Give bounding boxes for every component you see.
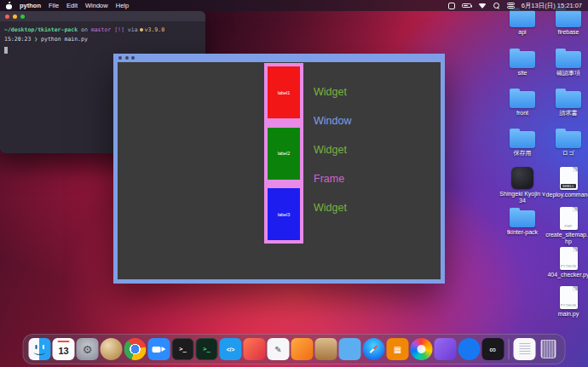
- folder-icon: [556, 51, 581, 68]
- terminal-cursor: [4, 47, 8, 54]
- desktop-icon[interactable]: PYTHON404_checker.py: [545, 247, 588, 278]
- desktop-icon-label: front: [499, 110, 545, 117]
- control-center-icon[interactable]: [507, 3, 515, 9]
- dock-icon-terminal-alt[interactable]: >_: [196, 338, 218, 360]
- file-type-badge: SHELL: [561, 184, 575, 188]
- desktop-icon-label: 保存用: [499, 150, 545, 157]
- dock-icon-rainbow-app[interactable]: [411, 338, 433, 360]
- desktop-icon-label: 請求書: [545, 110, 588, 117]
- zoom-button[interactable]: [20, 14, 25, 19]
- app-icon: [511, 167, 533, 189]
- dock-icon-editor-app[interactable]: ✎: [268, 338, 290, 360]
- dock-icon-chrome[interactable]: [124, 338, 147, 360]
- desktop-icon[interactable]: front: [499, 88, 545, 117]
- apple-menu-icon[interactable]: [6, 3, 12, 9]
- folder-icon: [556, 131, 581, 148]
- spotlight-icon[interactable]: [493, 3, 500, 9]
- annotation-widget-1: Widget: [314, 86, 347, 98]
- dock-icon-light-blue-app[interactable]: [339, 338, 361, 360]
- desktop-icon[interactable]: SHELLdeploy.command: [545, 167, 588, 198]
- desktop-icon-label: deploy.command: [545, 192, 588, 198]
- terminal-prompt-icon: >_: [179, 346, 186, 353]
- dock-icon-purple-app[interactable]: [435, 338, 457, 360]
- terminal-command-line: 15:20:23 ❯ python main.py: [4, 35, 201, 44]
- desktop-icon[interactable]: 保存用: [499, 128, 545, 157]
- desktop-icon[interactable]: ロゴ: [545, 128, 588, 157]
- battery-icon[interactable]: [462, 3, 471, 9]
- wifi-icon[interactable]: [478, 3, 487, 9]
- file-icon: PHP: [560, 207, 578, 230]
- dock-icon-terminal[interactable]: >_: [172, 338, 194, 360]
- desktop-icon-label: main.py: [545, 311, 588, 318]
- dock-icon-orange-app[interactable]: [291, 338, 314, 360]
- code-brackets-icon: </>: [227, 347, 234, 353]
- file-icon: SHELL: [560, 167, 578, 190]
- dock-icon-finder[interactable]: [29, 338, 51, 360]
- minimize-button[interactable]: [125, 56, 129, 60]
- tk-label-2: label2: [268, 128, 300, 180]
- folder-icon: [510, 131, 535, 148]
- menu-window[interactable]: Window: [85, 2, 108, 9]
- prompt-git-branch: master [!]: [91, 26, 124, 33]
- folder-icon: [556, 91, 581, 108]
- dock-icon-red-app[interactable]: [244, 338, 266, 360]
- dock-icon-system-preferences[interactable]: ⚙: [77, 338, 99, 360]
- tk-window-controls: [118, 56, 135, 60]
- desktop-icon[interactable]: Shingeki Kyojin v34: [499, 167, 545, 205]
- gear-icon: ⚙: [83, 343, 93, 356]
- active-app-name[interactable]: python: [20, 2, 41, 9]
- file-type-badge: PHP: [564, 224, 572, 228]
- desktop-icon[interactable]: firebase: [545, 7, 588, 36]
- close-button[interactable]: [118, 56, 122, 60]
- desktop-icon[interactable]: site: [499, 48, 545, 77]
- tk-frame: label1 label2 label3: [264, 63, 303, 244]
- annotation-window: Window: [314, 115, 351, 127]
- tk-label-1: label1: [268, 66, 300, 118]
- terminal-prompt-line: ~/desktop/tkinter-pack on master [!] via…: [4, 26, 201, 35]
- menu-bar-clock[interactable]: 6月13日(日) 15:21:07: [522, 2, 582, 10]
- dock-icon-box-app[interactable]: [315, 338, 337, 360]
- folder-icon: [510, 10, 535, 27]
- desktop-icon[interactable]: tkinter-pack: [499, 207, 545, 236]
- dock-icon-safari[interactable]: [363, 338, 385, 360]
- dock-icon-trash[interactable]: [538, 338, 560, 360]
- input-source-icon[interactable]: [448, 3, 455, 9]
- desktop-icon-label: create_sitemap.php: [545, 232, 588, 246]
- menu-edit[interactable]: Edit: [66, 2, 78, 9]
- terminal-prompt-icon: >_: [203, 346, 210, 353]
- desktop-icon[interactable]: 確認事項: [545, 48, 588, 77]
- desktop-icon[interactable]: PHPcreate_sitemap.php: [545, 207, 588, 246]
- dock-icon-infinity-app[interactable]: ∞: [482, 338, 504, 360]
- desktop-icon[interactable]: PYTHONmain.py: [545, 286, 588, 318]
- dock-icon-diagram-app[interactable]: ▦: [387, 338, 409, 360]
- desktop-icon-label: ロゴ: [545, 150, 588, 157]
- python-logo-icon: [140, 28, 143, 32]
- menu-help[interactable]: Help: [116, 2, 129, 9]
- dock-icon-document[interactable]: [514, 338, 536, 360]
- minimize-button[interactable]: [13, 14, 17, 19]
- infinity-icon: ∞: [490, 344, 497, 354]
- zoom-button[interactable]: [131, 56, 135, 60]
- close-button[interactable]: [5, 14, 9, 19]
- calendar-strip: [58, 341, 70, 342]
- tk-label-3: label3: [268, 188, 300, 240]
- dock-icon-zoom[interactable]: [148, 338, 170, 360]
- terminal-title-bar[interactable]: [0, 11, 205, 21]
- prompt-on: on: [81, 26, 88, 33]
- file-icon: PYTHON: [560, 247, 578, 270]
- dock-icon-round-tan-app[interactable]: [101, 338, 123, 360]
- dock-icon-blue-circle-app[interactable]: [458, 338, 481, 360]
- desktop-icon-label: Shingeki Kyojin v34: [499, 191, 545, 205]
- dock-icon-vscode[interactable]: </>: [220, 338, 242, 360]
- prompt-path: ~/desktop/tkinter-pack: [4, 26, 78, 33]
- grid-icon: ▦: [394, 345, 401, 354]
- desktop-icon-label: 確認事項: [545, 70, 588, 77]
- desktop-icon[interactable]: 請求書: [545, 88, 588, 117]
- pencil-icon: ✎: [274, 345, 281, 354]
- command-time: 15:20:23: [4, 36, 31, 43]
- folder-icon: [510, 51, 535, 68]
- desktop-icon-label: site: [499, 70, 545, 77]
- menu-file[interactable]: File: [49, 2, 59, 9]
- desktop-icon[interactable]: api: [499, 7, 545, 36]
- dock-icon-calendar[interactable]: 13: [53, 338, 75, 360]
